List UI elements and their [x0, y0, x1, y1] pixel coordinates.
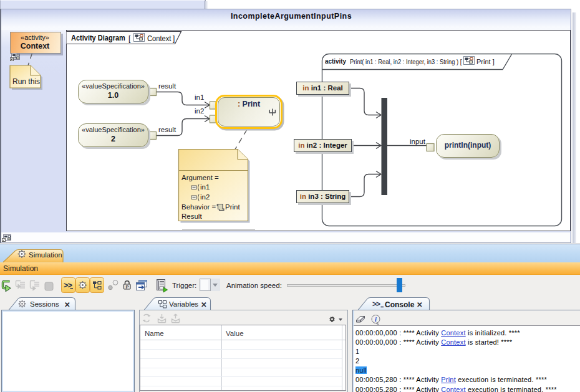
- svg-text:>>: >>: [372, 300, 380, 308]
- svg-text:P: P: [126, 284, 129, 290]
- svg-text:i: i: [375, 316, 377, 323]
